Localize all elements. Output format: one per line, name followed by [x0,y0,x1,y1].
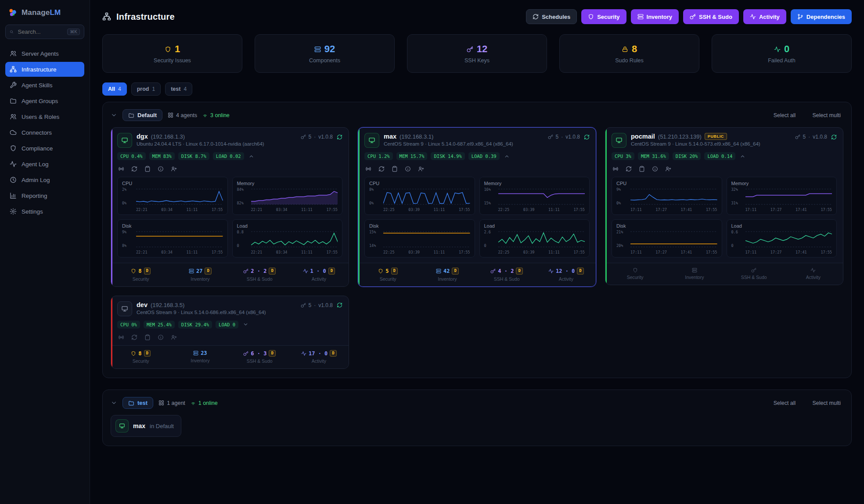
footer-inventory[interactable]: 23 Inventory [170,350,230,364]
stat-ssh-keys[interactable]: 12 SSH Keys [407,34,547,73]
collapse-charts-button[interactable] [740,154,745,159]
select-all-button[interactable]: Select all [771,112,799,119]
select-multi-button[interactable]: Select multi [810,112,843,119]
server-icon [314,46,321,53]
select-multi-button[interactable]: Select multi [810,400,843,407]
ssh-sudo-button[interactable]: SSH & Sudo [683,9,739,24]
select-all-button[interactable]: Select all [771,400,799,407]
ping-button[interactable] [612,166,619,172]
sidebar-item-admin-log[interactable]: Admin Log [5,172,84,187]
group-agent-count: 1 agent [158,400,185,406]
filter-all[interactable]: All4 [102,82,127,96]
agent-card-dev[interactable]: dev (192.168.3.5) CentOS Stream 9 · Linu… [111,296,349,369]
sidebar-item-agent-groups[interactable]: Agent Groups [5,93,84,108]
agent-ip: (192.168.3.5) [151,302,184,308]
search-shortcut: ⌘K [67,29,80,35]
group-member-max[interactable]: max in Default [111,415,181,437]
info-button[interactable] [405,166,411,172]
agent-card-max[interactable]: max (192.168.3.1) CentOS Stream 9 · Linu… [358,127,596,287]
sidebar-item-label: Infrastructure [22,66,57,73]
shield-icon [165,46,171,53]
sidebar-item-infrastructure[interactable]: Infrastructure [5,62,84,77]
folder-icon [10,97,17,104]
stat-sudo-rules[interactable]: 8 Sudo Rules [559,34,699,73]
dependencies-button[interactable]: Dependencies [791,9,852,24]
server-icon [189,268,194,274]
sidebar-item-agent-log[interactable]: Agent Log [5,157,84,172]
search-input[interactable] [17,28,64,36]
broadcast-icon [118,334,124,340]
assign-user-button[interactable] [665,166,671,172]
collapse-group-button[interactable] [111,400,117,406]
sync-button[interactable] [335,302,342,308]
ping-button[interactable] [365,166,371,172]
refresh-button[interactable] [131,334,137,340]
ping-button[interactable] [118,166,124,172]
sync-button[interactable] [335,134,342,140]
footer-security[interactable]: Security [605,268,665,280]
stat-security-issues[interactable]: 1 Security Issues [102,34,242,73]
footer-inventory[interactable]: 42D Inventory [418,268,477,282]
group-chip-test[interactable]: test [122,397,153,409]
refresh-button[interactable] [131,166,137,172]
card-footer: 8D Security 27D Inventory 2 · 2D SSH & S… [111,263,349,286]
filter-prod[interactable]: prod1 [131,82,161,96]
refresh-button[interactable] [626,166,632,172]
activity-button[interactable]: Activity [743,9,786,24]
footer-activity[interactable]: 12 · 0D Activity [536,268,596,282]
stat-components[interactable]: 92 Components [255,34,395,73]
sidebar-item-compliance[interactable]: Compliance [5,141,84,156]
clipboard-button[interactable] [144,166,151,172]
brand[interactable]: ManageLM [5,6,84,25]
refresh-button[interactable] [378,166,385,172]
assign-user-button[interactable] [418,166,424,172]
info-button[interactable] [158,166,164,172]
sidebar-item-agent-skills[interactable]: Agent Skills [5,78,84,93]
footer-ssh-sudo[interactable]: 2 · 2D SSH & Sudo [230,268,289,282]
clipboard-button[interactable] [144,334,151,340]
sync-button[interactable] [583,134,590,140]
clipboard-button[interactable] [639,166,645,172]
footer-activity[interactable]: 17 · 0D Activity [289,350,349,364]
collapse-group-button[interactable] [111,112,117,118]
agent-name: dev [137,301,148,308]
footer-security[interactable]: 8D Security [111,350,170,364]
footer-inventory[interactable]: 27D Inventory [170,268,230,282]
security-button[interactable]: Security [581,9,626,24]
refresh-icon [337,302,342,308]
footer-activity[interactable]: Activity [784,268,843,280]
footer-ssh-sudo[interactable]: 6 · 3D SSH & Sudo [230,350,289,364]
expand-charts-button[interactable] [243,322,248,327]
sync-button[interactable] [830,134,837,140]
group-chip-default[interactable]: Default [122,109,162,121]
footer-inventory[interactable]: Inventory [665,268,724,280]
sidebar-item-users-roles[interactable]: Users & Roles [5,109,84,124]
app-root: ManageLM ⌘K Server Agents Infrastructure… [0,0,864,504]
agent-card-pocmail[interactable]: pocmail (51.210.123.139) PUBLIC CentOS S… [605,127,843,285]
assign-user-button[interactable] [171,166,177,172]
footer-ssh-sudo[interactable]: 4 · 2D SSH & Sudo [477,268,536,282]
inventory-button[interactable]: Inventory [631,9,679,24]
footer-security[interactable]: 8D Security [111,268,170,282]
agent-actions [364,166,590,172]
stat-failed-auth[interactable]: 0 Failed Auth [712,34,852,73]
sidebar-item-server-agents[interactable]: Server Agents [5,46,84,61]
sidebar-item-settings[interactable]: Settings [5,204,84,219]
metrics-row: CPU 1.2% MEM 15.7% DISK 14.9% LOAD 0.39 [364,152,590,160]
info-button[interactable] [652,166,658,172]
collapse-charts-button[interactable] [504,154,510,159]
filter-test[interactable]: test4 [165,82,192,96]
footer-security[interactable]: 5D Security [358,268,418,282]
clipboard-button[interactable] [392,166,398,172]
search-box[interactable]: ⌘K [5,25,84,39]
assign-user-button[interactable] [171,334,177,340]
sidebar-item-connectors[interactable]: Connectors [5,125,84,140]
ping-button[interactable] [118,334,124,340]
agent-card-dgx[interactable]: dgx (192.168.1.3) Ubuntu 24.04.4 LTS · L… [111,127,349,287]
schedules-button[interactable]: Schedules [526,9,577,24]
footer-activity[interactable]: 1 · 0D Activity [289,268,349,282]
info-button[interactable] [158,334,164,340]
sidebar-item-reporting[interactable]: Reporting [5,188,84,203]
collapse-charts-button[interactable] [248,154,254,159]
footer-ssh-sudo[interactable]: SSH & Sudo [724,268,784,280]
